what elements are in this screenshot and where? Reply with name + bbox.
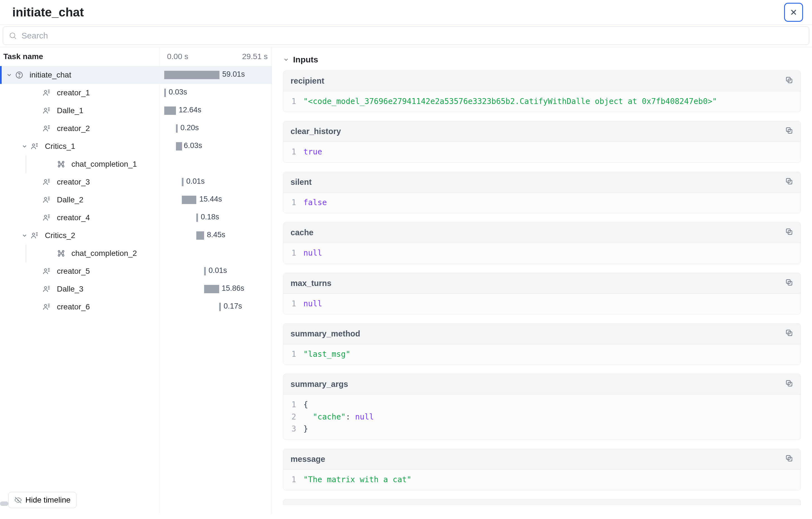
- timeline-row[interactable]: [160, 155, 271, 173]
- duration-label: 12.64s: [179, 105, 201, 114]
- timeline-row[interactable]: 8.45s: [160, 226, 271, 244]
- duration-bar: [196, 231, 204, 240]
- tree-row-Dalle_3[interactable]: Dalle_3: [0, 280, 160, 298]
- line-number: 2: [291, 411, 296, 423]
- code-content: true: [303, 146, 322, 158]
- caret-down-icon[interactable]: [21, 233, 28, 239]
- copy-icon[interactable]: [785, 329, 793, 339]
- input-card-body: 1"<code_model_37696e27941142e2a53576e332…: [283, 91, 801, 112]
- copy-icon[interactable]: [785, 379, 793, 389]
- input-card-header: recipient: [283, 71, 801, 91]
- line-number: 1: [291, 247, 296, 259]
- timeline-row[interactable]: 6.03s: [160, 138, 271, 155]
- tree-row-Dalle_2[interactable]: Dalle_2: [0, 191, 160, 209]
- tree-row-Critics_1[interactable]: Critics_1: [0, 138, 160, 155]
- timeline-row[interactable]: [160, 244, 271, 262]
- svg-point-14: [32, 233, 35, 235]
- input-card-header: cache: [283, 222, 801, 243]
- tree-row-initiate_chat[interactable]: initiate_chat: [0, 66, 160, 84]
- input-card-title: cache: [291, 228, 313, 237]
- timeline-row[interactable]: 12.64s: [160, 102, 271, 120]
- copy-icon[interactable]: [785, 76, 793, 86]
- code-content: {: [303, 399, 308, 410]
- input-card-title: clear_history: [291, 127, 341, 136]
- code-content: null: [303, 298, 322, 310]
- timeline-row[interactable]: 15.86s: [160, 280, 271, 298]
- tree-row-Dalle_1[interactable]: Dalle_1: [0, 102, 160, 120]
- content: Task name initiate_chatcreator_1Dalle_1c…: [0, 47, 812, 514]
- network-icon: [56, 159, 66, 169]
- timeline-row[interactable]: 59.01s: [160, 66, 271, 84]
- scrollbar-thumb[interactable]: [0, 501, 8, 506]
- tree-row-creator_5[interactable]: creator_5: [0, 262, 160, 280]
- tree-row-chat_completion_1[interactable]: chat_completion_1: [0, 155, 160, 173]
- tree-row-label: creator_1: [57, 88, 90, 97]
- copy-icon[interactable]: [785, 227, 793, 238]
- tree-row-label: initiate_chat: [30, 70, 71, 80]
- agent-icon: [42, 88, 51, 97]
- timeline-row[interactable]: 0.20s: [160, 120, 271, 138]
- timeline-row[interactable]: 0.17s: [160, 298, 271, 316]
- agent-icon: [42, 267, 51, 276]
- timeline-start-label: 0.00 s: [167, 52, 188, 61]
- line-number: 1: [291, 298, 296, 310]
- close-button[interactable]: [784, 3, 803, 22]
- left-panel: Task name initiate_chatcreator_1Dalle_1c…: [0, 47, 272, 514]
- input-card-recipient: recipient1"<code_model_37696e27941142e2a…: [283, 70, 801, 112]
- task-tree-column: Task name initiate_chatcreator_1Dalle_1c…: [0, 47, 160, 514]
- hide-timeline-button[interactable]: Hide timeline: [8, 492, 77, 508]
- duration-label: 0.01s: [186, 177, 205, 186]
- tree-row-creator_1[interactable]: creator_1: [0, 84, 160, 102]
- input-card-header: max_turns: [283, 273, 801, 294]
- search-input[interactable]: [21, 31, 803, 41]
- tree-row-chat_completion_2[interactable]: chat_completion_2: [0, 244, 160, 262]
- question-circle-icon: [14, 70, 24, 80]
- tree-row-creator_6[interactable]: creator_6: [0, 298, 160, 316]
- tree-row-label: creator_4: [57, 213, 90, 222]
- tree-row-creator_2[interactable]: creator_2: [0, 120, 160, 138]
- duration-label: 0.03s: [169, 88, 187, 96]
- page-title: initiate_chat: [12, 5, 84, 19]
- timeline-column: 0.00 s 29.51 s 59.01s0.03s12.64s0.20s6.0…: [160, 47, 271, 514]
- copy-icon[interactable]: [785, 177, 793, 187]
- search-container[interactable]: [3, 27, 809, 45]
- right-panel[interactable]: Inputs recipient1"<code_model_37696e2794…: [272, 47, 812, 514]
- code-line: 1null: [291, 298, 793, 310]
- inputs-title: Inputs: [293, 55, 318, 64]
- header-bar: initiate_chat: [0, 0, 812, 25]
- code-content: "cache": null: [303, 411, 374, 423]
- timeline-row[interactable]: 0.01s: [160, 173, 271, 191]
- inputs-cards: recipient1"<code_model_37696e27941142e2a…: [283, 70, 801, 490]
- input-card-body: 1{2 "cache": null3}: [283, 395, 801, 439]
- code-line: 1null: [291, 247, 793, 259]
- code-content: "<code_model_37696e27941142e2a53576e3323…: [303, 95, 717, 107]
- timeline-row[interactable]: 0.03s: [160, 84, 271, 102]
- inputs-section-header[interactable]: Inputs: [283, 55, 801, 64]
- agent-icon: [42, 177, 51, 187]
- caret-down-icon[interactable]: [21, 143, 28, 149]
- duration-bar: [196, 214, 198, 222]
- agent-icon: [30, 142, 39, 151]
- duration-bar: [164, 89, 166, 97]
- timeline-row[interactable]: 0.01s: [160, 262, 271, 280]
- svg-point-3: [44, 90, 47, 93]
- line-number: 1: [291, 474, 296, 486]
- copy-icon[interactable]: [785, 454, 793, 464]
- search-icon: [9, 31, 17, 40]
- hide-timeline-label: Hide timeline: [25, 496, 70, 505]
- close-icon: [789, 8, 798, 17]
- tree-row-creator_4[interactable]: creator_4: [0, 209, 160, 226]
- tree-row-creator_3[interactable]: creator_3: [0, 173, 160, 191]
- timeline-row[interactable]: 15.44s: [160, 191, 271, 209]
- input-card-title: recipient: [291, 77, 324, 86]
- tree-row-Critics_2[interactable]: Critics_2: [0, 226, 160, 244]
- svg-point-11: [44, 180, 47, 182]
- copy-icon[interactable]: [785, 278, 793, 288]
- timeline-row[interactable]: 0.18s: [160, 209, 271, 226]
- code-content: }: [303, 423, 308, 435]
- task-tree-rows: initiate_chatcreator_1Dalle_1creator_2Cr…: [0, 66, 160, 316]
- copy-icon[interactable]: [785, 126, 793, 136]
- input-card-header: message: [283, 449, 801, 470]
- timeline-end-label: 29.51 s: [242, 52, 268, 61]
- caret-down-icon[interactable]: [6, 72, 13, 78]
